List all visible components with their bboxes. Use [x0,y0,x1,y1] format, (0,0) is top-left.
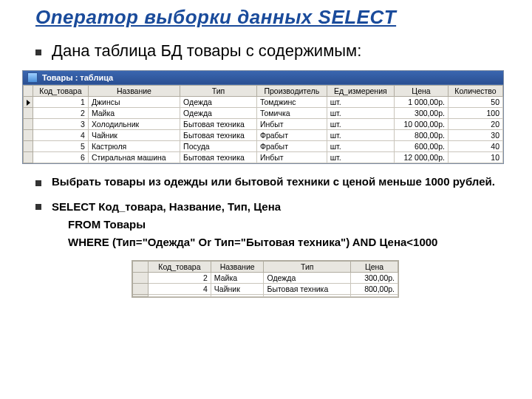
col-header: Код_товара [149,261,211,272]
cell: Стиральная машина [88,151,180,163]
row-selector [24,151,33,163]
cell: Одежда [180,96,257,107]
cell: Фрабыт [256,140,327,151]
col-header: Тип [264,261,351,272]
cell: 30 [448,129,502,140]
row-selector [24,118,33,129]
cell: 1 [33,96,89,107]
table-row: 4 Чайник Бытовая техника Фрабыт шт. 800,… [24,129,503,140]
cell: шт. [327,140,394,151]
cell: шт. [327,129,394,140]
col-header: Количество [448,85,502,96]
table-row: 6 Стиральная машина Бытовая техника Инбы… [24,151,503,163]
row-selector [24,129,33,140]
cell: 50 [448,96,502,107]
window-icon [27,72,38,83]
cell: Холодильник [88,118,180,129]
cell: 20 [448,118,502,129]
cell [149,294,211,296]
slide-title: Оператор выборки данных SELECT [35,6,510,29]
current-row-icon [27,100,30,106]
table-row: 5 Кастрюля Посуда Фрабыт шт. 600,00р. 40 [24,140,503,151]
row-selector [24,107,33,118]
result-window: Код_товара Название Тип Цена 2 Майка Оде… [132,260,399,298]
cell: 2 [33,107,89,118]
cell: 3 [33,118,89,129]
table-row [133,294,398,296]
cell: 300,00р. [351,272,398,283]
col-header: Код_товара [33,85,89,96]
cell: Одежда [264,272,351,283]
cell: 10 000,00р. [395,118,449,129]
db-window-title: Товары : таблица [42,73,113,82]
cell: шт. [327,96,394,107]
cell: 4 [33,129,89,140]
cell: Томичка [256,107,327,118]
cell: Фрабыт [256,129,327,140]
cell: Бытовая техника [264,283,351,294]
cell: Чайник [88,129,180,140]
cell: Чайник [211,283,264,294]
cell [264,294,351,296]
cell: Кастрюля [88,140,180,151]
cell: 12 000,00р. [395,151,449,163]
cell: Бытовая техника [180,129,257,140]
col-header: Тип [180,85,257,96]
sql-line3: WHERE (Тип="Одежда" Or Тип="Бытовая техн… [52,233,510,251]
cell: 6 [33,151,89,163]
cell: 1 000,00р. [395,96,449,107]
cell: Майка [88,107,180,118]
cell: Инбыт [256,151,327,163]
row-selector [24,140,33,151]
cell: 5 [33,140,89,151]
col-header: Название [88,85,180,96]
col-header: Название [211,261,264,272]
result-table: Код_товара Название Тип Цена 2 Майка Оде… [132,261,398,297]
row-selector-header [133,261,149,272]
row-selector [133,294,149,296]
cell: шт. [327,118,394,129]
cell: Инбыт [256,118,327,129]
intro-text: Дана таблица БД товары с содержимым: [35,41,510,61]
cell: 40 [448,140,502,151]
cell: 4 [149,283,211,294]
table-row: 2 Майка Одежда 300,00р. [133,272,398,283]
products-table: Код_товара Название Тип Производитель Ед… [23,85,503,163]
db-window-titlebar: Товары : таблица [23,71,503,85]
col-header: Производитель [256,85,327,96]
cell: Майка [211,272,264,283]
cell: Бытовая техника [180,118,257,129]
row-selector-header [24,85,33,96]
table-row: 3 Холодильник Бытовая техника Инбыт шт. … [24,118,503,129]
cell [351,294,398,296]
cell: Одежда [180,107,257,118]
table-row: 4 Чайник Бытовая техника 800,00р. [133,283,398,294]
row-selector [133,272,149,283]
sql-line1: SELECT Код_товара, Название, Тип, Цена [52,200,281,213]
row-selector [24,96,33,107]
row-selector [133,283,149,294]
sql-query: SELECT Код_товара, Название, Тип, Цена F… [35,198,510,251]
cell: 300,00р. [395,107,449,118]
table-row: 1 Джинсы Одежда Томджинс шт. 1 000,00р. … [24,96,503,107]
cell [211,294,264,296]
sql-line2: FROM Товары [52,216,510,233]
db-window: Товары : таблица Код_товара Название Тип… [22,70,504,164]
cell: шт. [327,151,394,163]
cell: Джинсы [88,96,180,107]
table-row: 2 Майка Одежда Томичка шт. 300,00р. 100 [24,107,503,118]
cell: 2 [149,272,211,283]
cell: Томджинс [256,96,327,107]
task-text: Выбрать товары из одежды или бытовой тех… [35,174,510,189]
cell: Посуда [180,140,257,151]
col-header: Ед_измерения [327,85,394,96]
cell: 800,00р. [351,283,398,294]
cell: 600,00р. [395,140,449,151]
cell: 800,00р. [395,129,449,140]
cell: 10 [448,151,502,163]
col-header: Цена [395,85,449,96]
cell: шт. [327,107,394,118]
cell: Бытовая техника [180,151,257,163]
col-header: Цена [351,261,398,272]
cell: 100 [448,107,502,118]
